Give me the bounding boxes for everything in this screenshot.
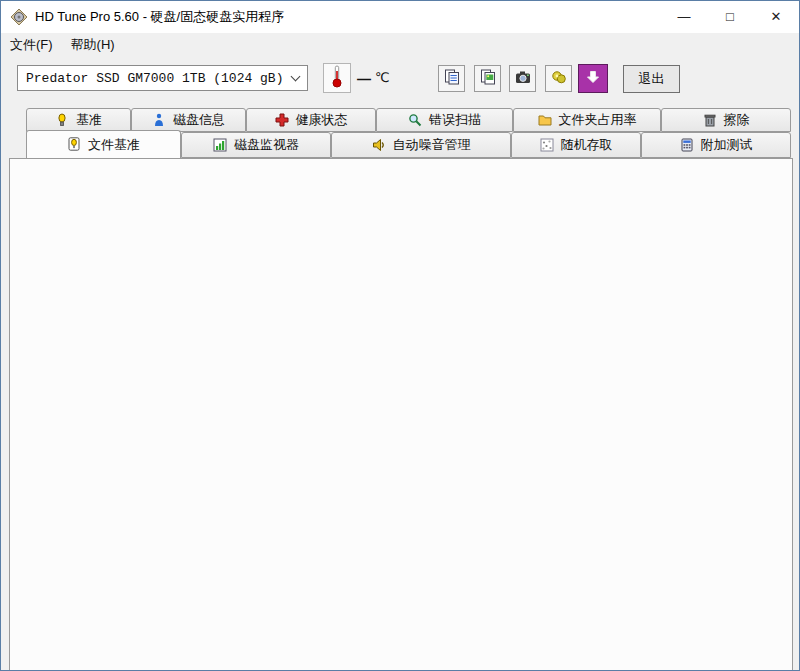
thermometer-icon: [331, 64, 343, 92]
app-window: HD Tune Pro 5.60 - 硬盘/固态硬盘实用程序 — □ ✕ 文件(…: [0, 0, 800, 671]
tab-health[interactable]: 健康状态: [246, 108, 376, 132]
copy-text-button[interactable]: [438, 65, 465, 92]
export-button[interactable]: [545, 65, 572, 92]
disk-monitor-icon: [213, 138, 228, 153]
tab-benchmark[interactable]: 基准: [26, 108, 131, 132]
tab-label: 擦除: [724, 111, 750, 129]
download-button[interactable]: [578, 64, 608, 93]
aam-icon: [372, 138, 387, 153]
benchmark-icon: [55, 113, 70, 128]
tab-extra-tests[interactable]: 附加测试: [641, 132, 791, 158]
copy-image-icon: [480, 69, 496, 89]
file-benchmark-page: [9, 158, 793, 671]
exit-button[interactable]: 退出: [623, 65, 680, 93]
folder-usage-icon: [538, 113, 553, 128]
maximize-button[interactable]: □: [707, 1, 753, 32]
menu-help[interactable]: 帮助(H): [62, 34, 124, 56]
toolbar: Predator SSD GM7000 1TB (1024 gB) — ℃: [1, 57, 799, 105]
screenshot-button[interactable]: [509, 65, 536, 92]
tab-label: 自动噪音管理: [393, 136, 471, 154]
extra-tests-icon: [680, 138, 695, 153]
minimize-button[interactable]: —: [661, 1, 707, 32]
tab-label: 随机存取: [561, 136, 613, 154]
close-button[interactable]: ✕: [753, 1, 799, 32]
random-access-icon: [540, 138, 555, 153]
tab-erase[interactable]: 擦除: [661, 108, 791, 132]
drive-model-select[interactable]: Predator SSD GM7000 1TB (1024 gB): [17, 65, 308, 91]
tab-label: 磁盘信息: [173, 111, 225, 129]
tab-strip-row1: 基准 磁盘信息 健康状态 错误扫描 文件夹占用率 擦除: [26, 108, 791, 132]
tab-disk-info[interactable]: 磁盘信息: [131, 108, 246, 132]
camera-icon: [515, 69, 531, 89]
tab-random-access[interactable]: 随机存取: [511, 132, 641, 158]
tab-label: 磁盘监视器: [234, 136, 299, 154]
thermometer-button[interactable]: [323, 63, 351, 93]
tab-label: 文件基准: [88, 136, 140, 154]
window-title: HD Tune Pro 5.60 - 硬盘/固态硬盘实用程序: [35, 8, 284, 26]
tab-label: 附加测试: [701, 136, 753, 154]
tab-label: 基准: [76, 111, 102, 129]
chevron-down-icon: [291, 72, 301, 82]
health-icon: [275, 113, 290, 128]
title-bar: HD Tune Pro 5.60 - 硬盘/固态硬盘实用程序 — □ ✕: [1, 1, 799, 33]
menu-file[interactable]: 文件(F): [1, 34, 62, 56]
temperature-value: —: [357, 71, 371, 87]
tab-error-scan[interactable]: 错误扫描: [376, 108, 513, 132]
app-logo-icon: [11, 9, 27, 25]
temperature-unit: ℃: [375, 70, 390, 85]
tab-label: 错误扫描: [429, 111, 481, 129]
tab-strip-row2: 文件基准 磁盘监视器 自动噪音管理 随机存取 附加测试: [26, 132, 791, 158]
tab-disk-monitor[interactable]: 磁盘监视器: [181, 132, 331, 158]
menu-bar: 文件(F) 帮助(H): [1, 33, 799, 57]
drive-model-value: Predator SSD GM7000 1TB (1024 gB): [26, 71, 283, 86]
erase-icon: [703, 113, 718, 128]
disk-info-icon: [152, 113, 167, 128]
export-icon: [551, 69, 567, 89]
down-arrow-icon: [585, 69, 601, 89]
copy-image-button[interactable]: [474, 65, 501, 92]
copy-text-icon: [444, 69, 460, 89]
tab-label: 文件夹占用率: [559, 111, 637, 129]
exit-button-label: 退出: [639, 70, 665, 88]
tab-label: 健康状态: [296, 111, 348, 129]
error-scan-icon: [408, 113, 423, 128]
tab-aam[interactable]: 自动噪音管理: [331, 132, 511, 158]
tab-file-benchmark[interactable]: 文件基准: [26, 130, 181, 158]
file-benchmark-icon: [67, 137, 82, 152]
tab-folder-usage[interactable]: 文件夹占用率: [513, 108, 661, 132]
